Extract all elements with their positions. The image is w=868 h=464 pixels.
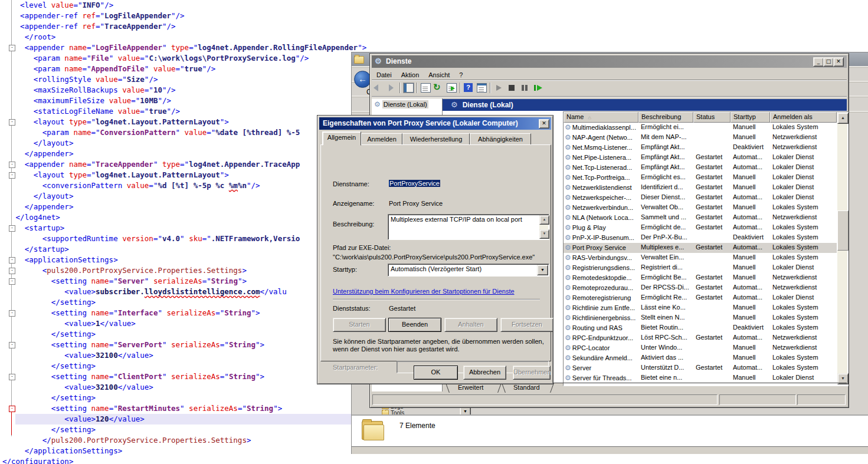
- code-line[interactable]: <appender name="TraceAppender" type="log…: [2, 159, 366, 170]
- beenden-button[interactable]: Beenden: [388, 318, 441, 332]
- code-line[interactable]: </appender>: [2, 149, 366, 159]
- code-line[interactable]: <value>32100</value>: [2, 350, 366, 361]
- tab-allgemein[interactable]: Allgemein: [322, 131, 361, 146]
- code-line[interactable]: </setting>: [2, 393, 366, 403]
- service-row[interactable]: ⚙PnP-X-IP-Busenum...Der PnP-X-Bu...Deakt…: [564, 233, 837, 243]
- scroll-up-icon[interactable]: ▲: [837, 113, 849, 124]
- code-line[interactable]: </startup>: [2, 244, 366, 255]
- start-service-icon[interactable]: [493, 82, 505, 94]
- code-line[interactable]: <appender name="LogFileAppender" type="l…: [2, 42, 366, 53]
- fold-marker[interactable]: -: [9, 310, 15, 317]
- dienstname-value[interactable]: PortProxyService: [389, 180, 440, 187]
- code-line[interactable]: <param name="ConversionPattern" value="%…: [2, 127, 366, 138]
- code-line[interactable]: </log4net>: [2, 212, 366, 223]
- fold-marker[interactable]: -: [9, 119, 15, 126]
- service-row[interactable]: ⚙NLA (Network Loca...Sammelt und ...Gest…: [564, 213, 837, 223]
- tab-abhngigkeiten[interactable]: Abhängigkeiten: [470, 133, 531, 145]
- code-line[interactable]: <maxSizeRollBackups value="10"/>: [2, 85, 366, 96]
- code-line[interactable]: <layout type="log4net.Layout.PatternLayo…: [2, 117, 366, 127]
- service-row[interactable]: ⚙Plug & PlayErmöglicht de...GestartetAut…: [564, 223, 837, 233]
- code-line[interactable]: </setting>: [2, 329, 366, 340]
- scrollbar-thumb[interactable]: [837, 210, 849, 251]
- code-line[interactable]: <setting name="Interface" serializeAs="S…: [2, 308, 366, 318]
- column-header-anmelden-als[interactable]: Anmelden als: [770, 112, 837, 123]
- chevron-down-icon[interactable]: ▼: [537, 265, 548, 275]
- code-line[interactable]: <staticLogFileName value="true"/>: [2, 106, 366, 117]
- code-line[interactable]: <value>120</value>: [2, 414, 366, 424]
- scroll-up-icon[interactable]: ▲: [539, 215, 549, 225]
- service-row[interactable]: ⚙RPC-LocatorUnter Windo...ManuellNetzwer…: [564, 343, 837, 353]
- service-row[interactable]: ⚙NetzwerklistendienstIdentifiziert d...G…: [564, 183, 837, 193]
- code-line[interactable]: <param name="File" value="C:\work\logs\P…: [2, 53, 366, 64]
- code-line[interactable]: </setting>: [2, 424, 366, 435]
- code-line[interactable]: <level value="INFO"/>: [2, 0, 366, 11]
- column-header-starttyp[interactable]: Starttyp: [731, 112, 770, 123]
- service-row[interactable]: ⚙Remoteprozedurau...Der RPCSS-Di...Gesta…: [564, 283, 837, 293]
- code-line[interactable]: </layout>: [2, 191, 366, 202]
- forward-icon[interactable]: [385, 82, 397, 94]
- code-line[interactable]: <layout type="log4net.Layout.PatternLayo…: [2, 170, 366, 180]
- export-list-icon[interactable]: [446, 82, 457, 94]
- tab-wiederherstellung[interactable]: Wiederherstellung: [402, 133, 470, 145]
- code-line[interactable]: <maximumFileSize value="10MB"/>: [2, 96, 366, 106]
- service-row[interactable]: ⚙Richtlinie zum Entfe...Lässt eine Ko...…: [564, 303, 837, 313]
- menu-item-aktion[interactable]: Aktion: [397, 70, 424, 80]
- fold-marker[interactable]: -: [9, 162, 15, 168]
- code-line[interactable]: </applicationSettings>: [2, 446, 366, 456]
- show-description-icon[interactable]: [476, 82, 487, 94]
- menu-item-ansicht[interactable]: Ansicht: [424, 70, 454, 80]
- tab-standard[interactable]: Standard: [513, 384, 540, 391]
- code-line[interactable]: </setting>: [2, 297, 366, 308]
- help-icon[interactable]: ?: [463, 82, 474, 94]
- restart-service-icon[interactable]: [532, 82, 543, 94]
- starttyp-select[interactable]: Automatisch (Verzögerter Start) ▼: [388, 264, 549, 277]
- service-row[interactable]: ⚙Net.Tcp-Listenerad...Empfängt Akt...Ges…: [564, 163, 837, 173]
- fold-marker[interactable]: -: [9, 257, 15, 264]
- menu-item-[interactable]: ?: [454, 70, 467, 80]
- properties-icon[interactable]: [420, 82, 431, 94]
- service-row[interactable]: ⚙Routing und RASBietet Routin...Deaktivi…: [564, 323, 837, 333]
- stop-service-icon[interactable]: [506, 82, 517, 94]
- beschreibung-field[interactable]: Multiplexes external TCP/IP data on loca…: [388, 214, 549, 240]
- service-row[interactable]: ⚙Netzwerkspeicher-...Dieser Dienst...Ges…: [564, 193, 837, 203]
- fortsetzen-button[interactable]: Fortsetzen: [500, 318, 553, 332]
- code-line[interactable]: <setting name="ServerPort" serializeAs="…: [2, 340, 366, 350]
- back-icon[interactable]: ←: [354, 71, 371, 88]
- minimize-button[interactable]: _: [813, 57, 824, 67]
- code-line[interactable]: <setting name="Server" serializeAs="Stri…: [2, 276, 366, 287]
- column-header-name[interactable]: Name▲: [564, 112, 638, 123]
- code-line[interactable]: <value>subscriber.lloydslistintelligence…: [2, 287, 366, 297]
- code-line[interactable]: <puls200.PortProxyService.Properties.Set…: [2, 265, 366, 276]
- bernehmen-button[interactable]: Übernehmen: [513, 366, 551, 380]
- code-line[interactable]: </setting>: [2, 361, 366, 371]
- code-line[interactable]: <supportedRuntime version="v4.0" sku=".N…: [2, 233, 366, 244]
- column-header-status[interactable]: Status: [693, 112, 731, 123]
- code-line[interactable]: <appender-ref ref="LogFileAppender"/>: [2, 11, 366, 21]
- code-lines[interactable]: <level value="INFO"/> <appender-ref ref=…: [2, 0, 366, 464]
- code-line[interactable]: </puls200.PortProxyService.Properties.Se…: [2, 435, 366, 446]
- close-button[interactable]: ✕: [833, 57, 844, 67]
- code-line[interactable]: </configuration>: [2, 456, 366, 464]
- fold-marker[interactable]: -: [9, 45, 15, 51]
- service-row[interactable]: ⚙Port Proxy ServiceMultiplexes e...Gesta…: [564, 243, 837, 253]
- code-line[interactable]: <applicationSettings>: [2, 255, 366, 265]
- fold-marker[interactable]: -: [9, 268, 15, 274]
- startoptions-help-link[interactable]: Unterstützung beim Konfigurieren der Sta…: [333, 288, 515, 295]
- back-icon[interactable]: [372, 82, 384, 94]
- service-row[interactable]: ⚙Multimediaklassenpl...Ermöglicht ei...M…: [564, 123, 837, 133]
- fold-marker[interactable]: -: [9, 342, 15, 348]
- code-line[interactable]: <rollingStyle value="Size"/>: [2, 74, 366, 85]
- service-row[interactable]: ⚙Registrierungsdiens...Registriert di...…: [564, 263, 837, 273]
- fold-marker[interactable]: -: [9, 374, 15, 380]
- service-row[interactable]: ⚙RAS-Verbindungsv...Verwaltet Ein...Manu…: [564, 253, 837, 263]
- tab-anmelden[interactable]: Anmelden: [361, 133, 402, 145]
- fold-marker-changed[interactable]: -: [9, 406, 15, 412]
- starten-button[interactable]: Starten: [333, 318, 386, 332]
- code-line[interactable]: <setting name="ClientPort" serializeAs="…: [2, 371, 366, 382]
- fold-marker[interactable]: -: [9, 278, 15, 285]
- code-line[interactable]: </layout>: [2, 138, 366, 149]
- code-line[interactable]: <appender-ref ref="TraceAppender"/>: [2, 21, 366, 32]
- code-line[interactable]: <value>32100</value>: [2, 382, 366, 393]
- code-line[interactable]: </appender>: [2, 202, 366, 212]
- ok-button[interactable]: OK: [414, 366, 458, 380]
